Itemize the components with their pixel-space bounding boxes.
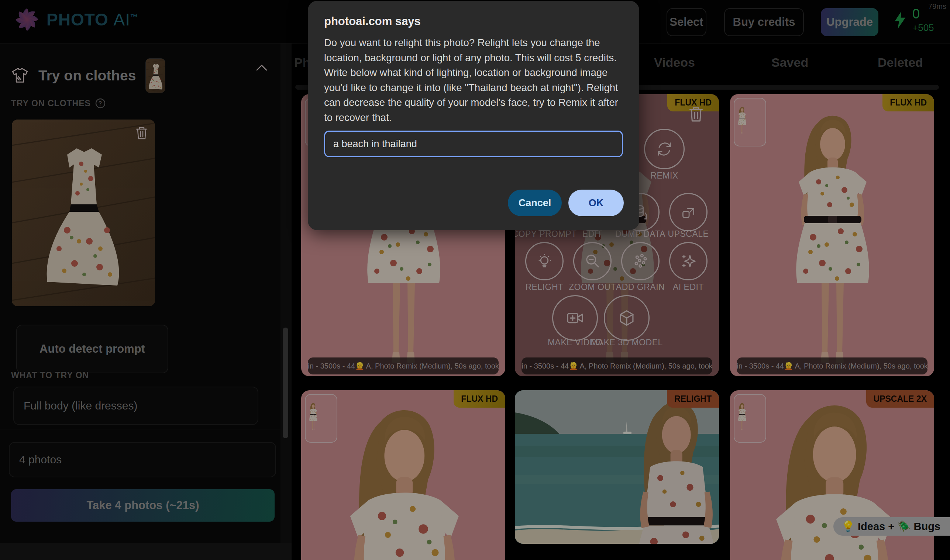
cancel-button[interactable]: Cancel [508, 189, 562, 216]
relight-prompt-input[interactable] [324, 131, 623, 157]
dialog-title: photoai.com says [324, 15, 421, 28]
ok-button[interactable]: OK [568, 189, 624, 216]
browser-alert-dialog: photoai.com says Do you want to relight … [308, 1, 639, 230]
photoai-app: PHOTO AI™ 79ms Select Buy credits Upgrad… [0, 0, 950, 560]
dialog-message: Do you want to relight this photo? Relig… [324, 35, 625, 125]
